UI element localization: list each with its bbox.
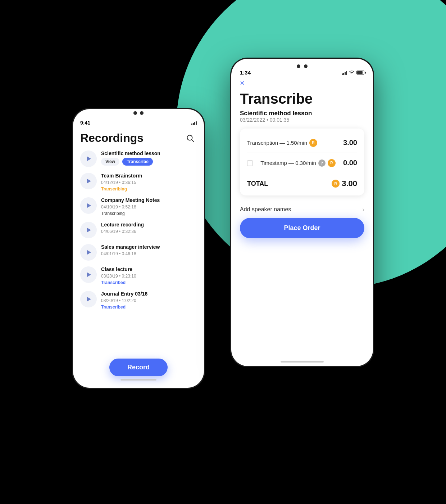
play-icon-6 bbox=[87, 272, 91, 277]
camera-dot-2 bbox=[140, 111, 144, 115]
front-signal-3 bbox=[345, 72, 346, 75]
status-time-back: 9:41 bbox=[80, 120, 90, 126]
signal-bar-3 bbox=[194, 122, 195, 125]
search-button[interactable] bbox=[184, 132, 197, 145]
camera-area-front bbox=[231, 59, 373, 69]
transcribe-title: Transcribe bbox=[240, 91, 364, 107]
signal-bar-4 bbox=[196, 121, 197, 125]
signal-icon bbox=[191, 121, 197, 125]
play-button-4[interactable] bbox=[80, 222, 97, 238]
timestamp-row: Timestamp — 0.30/min ? R 0.00 bbox=[247, 156, 357, 170]
recording-info-2: Team Brainstorm 04/12/19 • 0:36:15 Trans… bbox=[101, 173, 197, 192]
status-transcribing-3: Transcribing bbox=[101, 211, 197, 216]
recording-item-6: Class lecture 03/28/19 • 0:23:10 Transcr… bbox=[80, 266, 197, 285]
signal-bar-2 bbox=[193, 123, 194, 125]
play-button-5[interactable] bbox=[80, 244, 97, 261]
status-transcribing-2: Transcribing bbox=[101, 186, 197, 192]
svg-line-1 bbox=[192, 140, 194, 142]
total-label: TOTAL bbox=[247, 180, 268, 188]
transcription-row: Transcription — 1.50/min R 3.00 bbox=[247, 136, 357, 150]
total-value-container: R 3.00 bbox=[332, 179, 357, 188]
play-button-7[interactable] bbox=[80, 291, 97, 307]
recording-name-2: Team Brainstorm bbox=[101, 173, 197, 179]
recording-info-1: Scientific method lesson View Transcribe bbox=[101, 150, 197, 166]
recording-name-5: Sales manager interview bbox=[101, 244, 197, 250]
recording-info-3: Company Meeting Notes 04/10/19 • 0:52:18… bbox=[101, 197, 197, 216]
play-icon-1 bbox=[87, 156, 91, 161]
front-signal-4 bbox=[346, 71, 347, 75]
front-signal-2 bbox=[343, 73, 344, 75]
pricing-divider bbox=[247, 153, 357, 153]
status-icons-back bbox=[191, 121, 197, 125]
status-transcribed-7: Transcribed bbox=[101, 305, 197, 310]
help-icon[interactable]: ? bbox=[318, 159, 326, 167]
speaker-names-label: Add speaker names bbox=[240, 206, 291, 213]
record-area: Record bbox=[73, 359, 204, 381]
recordings-title: Recordings bbox=[80, 131, 144, 145]
transcription-label-text: Transcription — 1.50/min bbox=[247, 140, 307, 146]
recording-info-6: Class lecture 03/28/19 • 0:23:10 Transcr… bbox=[101, 266, 197, 285]
play-button-1[interactable] bbox=[80, 150, 97, 167]
search-icon bbox=[186, 134, 194, 142]
total-coin-icon: R bbox=[332, 180, 340, 188]
status-bar-front: 1:34 bbox=[231, 69, 373, 78]
timestamp-label-text: Timestamp — 0.30/min bbox=[260, 160, 316, 166]
recording-name-3: Company Meeting Notes bbox=[101, 197, 197, 203]
recording-item-3: Company Meeting Notes 04/10/19 • 0:52:18… bbox=[80, 197, 197, 216]
signal-bar-1 bbox=[191, 123, 192, 125]
transcription-value: 3.00 bbox=[343, 139, 357, 147]
recording-item-5: Sales manager interview 04/01/19 • 0:46:… bbox=[80, 244, 197, 261]
speaker-names-row[interactable]: Add speaker names › bbox=[240, 201, 364, 218]
recording-item-2: Team Brainstorm 04/12/19 • 0:36:15 Trans… bbox=[80, 173, 197, 192]
recording-meta-4: 04/06/19 • 0:32:36 bbox=[101, 229, 197, 234]
status-time-front: 1:34 bbox=[240, 69, 251, 76]
close-button[interactable]: × bbox=[240, 78, 364, 88]
recording-date-duration: 03/22/2022 • 00:01:35 bbox=[240, 117, 364, 123]
status-transcribed-6: Transcribed bbox=[101, 280, 197, 285]
recordings-screen: Recordings Scientific method lesson bbox=[73, 128, 204, 319]
pricing-card: Transcription — 1.50/min R 3.00 Timestam… bbox=[240, 129, 364, 195]
camera-dot-front-1 bbox=[297, 64, 300, 68]
home-indicator-front bbox=[281, 361, 324, 363]
transcription-coin-icon: R bbox=[309, 139, 317, 147]
timestamp-label: Timestamp — 0.30/min ? R bbox=[260, 159, 336, 167]
phone-back: 9:41 Recordings bbox=[72, 108, 205, 389]
record-button[interactable]: Record bbox=[109, 359, 168, 376]
timestamp-value: 0.00 bbox=[343, 159, 357, 167]
play-button-2[interactable] bbox=[80, 173, 97, 189]
total-divider bbox=[247, 173, 357, 173]
recording-info-4: Lecture recording 04/06/19 • 0:32:36 bbox=[101, 222, 197, 235]
recording-meta-2: 04/12/19 • 0:36:15 bbox=[101, 180, 197, 185]
phones-container: 9:41 Recordings bbox=[61, 36, 385, 468]
recording-item-7: Journal Entry 03/16 03/20/19 • 1:02:20 T… bbox=[80, 291, 197, 310]
timestamp-checkbox[interactable] bbox=[247, 160, 253, 166]
transcribe-screen: × Transcribe Scientific method lesson 03… bbox=[231, 78, 373, 244]
recording-name-6: Class lecture bbox=[101, 266, 197, 272]
play-icon-4 bbox=[87, 228, 91, 233]
recording-item-4: Lecture recording 04/06/19 • 0:32:36 bbox=[80, 222, 197, 238]
play-button-6[interactable] bbox=[80, 266, 97, 283]
recording-meta-7: 03/20/19 • 1:02:20 bbox=[101, 298, 197, 303]
recording-info-7: Journal Entry 03/16 03/20/19 • 1:02:20 T… bbox=[101, 291, 197, 310]
recording-item-1: Scientific method lesson View Transcribe bbox=[80, 150, 197, 167]
play-icon-2 bbox=[87, 179, 91, 184]
battery-icon bbox=[356, 71, 364, 75]
place-order-button[interactable]: Place Order bbox=[240, 218, 364, 238]
recording-name-4: Lecture recording bbox=[101, 222, 197, 228]
recording-name-1: Scientific method lesson bbox=[101, 150, 197, 156]
phone-front: 1:34 bbox=[230, 58, 374, 367]
home-indicator-back bbox=[120, 379, 156, 381]
recording-info-5: Sales manager interview 04/01/19 • 0:46:… bbox=[101, 244, 197, 258]
camera-dot-front-2 bbox=[304, 64, 308, 68]
total-value: 3.00 bbox=[342, 179, 357, 188]
camera-area-back bbox=[73, 109, 204, 115]
recordings-header: Recordings bbox=[80, 131, 197, 145]
recording-actions-1: View Transcribe bbox=[101, 158, 197, 166]
status-icons-front bbox=[342, 70, 364, 75]
view-button[interactable]: View bbox=[101, 158, 119, 166]
transcribe-button[interactable]: Transcribe bbox=[122, 158, 153, 166]
recording-meta-3: 04/10/19 • 0:52:18 bbox=[101, 204, 197, 210]
play-icon-5 bbox=[87, 250, 91, 255]
play-icon-3 bbox=[87, 203, 91, 208]
play-button-3[interactable] bbox=[80, 197, 97, 214]
